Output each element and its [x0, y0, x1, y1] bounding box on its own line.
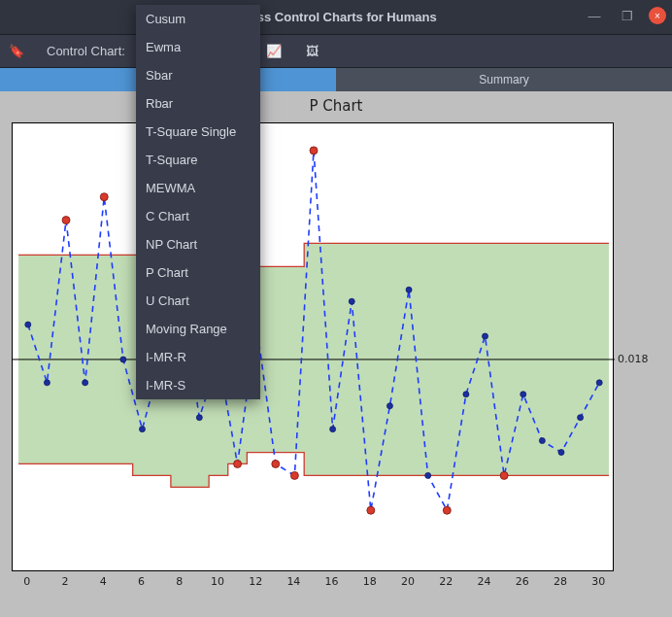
svg-point-28 [539, 438, 545, 444]
svg-point-25 [483, 333, 488, 339]
svg-point-19 [367, 506, 375, 514]
svg-point-27 [521, 392, 526, 397]
x-tick-label: 10 [211, 575, 224, 588]
svg-point-12 [234, 460, 242, 467]
dropdown-item[interactable]: T-Square [136, 146, 260, 174]
svg-point-30 [578, 415, 584, 421]
dropdown-item[interactable]: Sbar [136, 61, 260, 89]
svg-point-5 [100, 193, 108, 201]
svg-point-3 [62, 217, 70, 224]
plot-svg [13, 123, 615, 572]
svg-point-1 [25, 322, 31, 327]
x-tick-label: 4 [100, 575, 107, 588]
dropdown-item[interactable]: P Chart [136, 258, 260, 287]
window-title: ocess Control Charts for Humans [235, 10, 436, 24]
svg-point-22 [425, 472, 431, 478]
x-tick-label: 8 [176, 575, 183, 588]
x-tick-label: 16 [325, 575, 339, 588]
control-chart-label: Control Chart: [47, 44, 125, 58]
dropdown-item[interactable]: Rbar [136, 89, 260, 118]
svg-point-7 [139, 427, 145, 432]
close-button[interactable]: × [649, 7, 666, 24]
dropdown-item[interactable]: Cusum [136, 5, 260, 33]
dropdown-item[interactable]: MEWMA [136, 174, 260, 202]
plot-frame [12, 122, 614, 571]
bookmark-icon[interactable]: 🔖 [8, 44, 25, 58]
image-export-icon[interactable]: 🖼 [304, 44, 321, 58]
chart-title: P Chart [0, 97, 672, 115]
chart-type-icon[interactable]: 📈 [265, 44, 283, 58]
x-tick-label: 30 [591, 575, 605, 588]
x-tick-label: 24 [478, 575, 491, 588]
svg-point-21 [406, 287, 412, 292]
svg-point-31 [596, 380, 602, 386]
maximize-button[interactable]: ❐ [616, 4, 639, 27]
svg-point-16 [310, 147, 318, 154]
toolbar: 🔖 Control Chart: 📈 🖼 [0, 35, 672, 68]
svg-point-14 [272, 460, 280, 467]
x-tick-label: 26 [516, 575, 529, 588]
svg-point-20 [386, 403, 392, 409]
svg-point-29 [558, 450, 564, 456]
x-axis-ticks: 024681012141618202224262830 [12, 575, 614, 593]
x-tick-label: 28 [554, 575, 567, 588]
svg-point-4 [83, 380, 88, 386]
x-tick-label: 14 [286, 575, 300, 588]
svg-point-18 [349, 298, 354, 304]
x-tick-label: 20 [401, 575, 415, 588]
window-controls: — ❐ × [583, 4, 666, 27]
x-tick-label: 0 [23, 575, 30, 588]
center-line-label: 0.018 [618, 352, 649, 364]
titlebar: ocess Control Charts for Humans — ❐ × [0, 0, 672, 35]
dropdown-item[interactable]: Moving Range [136, 315, 260, 343]
dropdown-item[interactable]: I-MR-R [136, 343, 260, 371]
minimize-button[interactable]: — [583, 4, 606, 27]
svg-point-23 [443, 506, 451, 514]
svg-point-2 [44, 380, 50, 386]
svg-point-26 [500, 471, 508, 479]
svg-point-6 [120, 357, 126, 362]
x-tick-label: 12 [249, 575, 262, 588]
svg-point-10 [196, 415, 202, 421]
dropdown-item[interactable]: I-MR-S [136, 371, 260, 399]
dropdown-item[interactable]: U Chart [136, 287, 260, 315]
dropdown-item[interactable]: T-Square Single [136, 118, 260, 146]
dropdown-item[interactable]: Ewma [136, 33, 260, 61]
dropdown-item[interactable]: NP Chart [136, 230, 260, 258]
dropdown-item[interactable]: C Chart [136, 202, 260, 230]
x-tick-label: 18 [363, 575, 377, 588]
svg-point-17 [330, 427, 336, 432]
chart-area: P Chart 024681012141618202224262830 0.01… [0, 91, 672, 617]
control-chart-dropdown[interactable]: CusumEwmaSbarRbarT-Square SingleT-Square… [136, 5, 260, 399]
tabs: Chart Summary [0, 68, 672, 91]
x-tick-label: 2 [62, 575, 69, 588]
tab-summary[interactable]: Summary [336, 68, 672, 91]
svg-point-24 [463, 392, 469, 397]
x-tick-label: 22 [439, 575, 453, 588]
svg-point-15 [290, 471, 298, 479]
x-tick-label: 6 [138, 575, 145, 588]
